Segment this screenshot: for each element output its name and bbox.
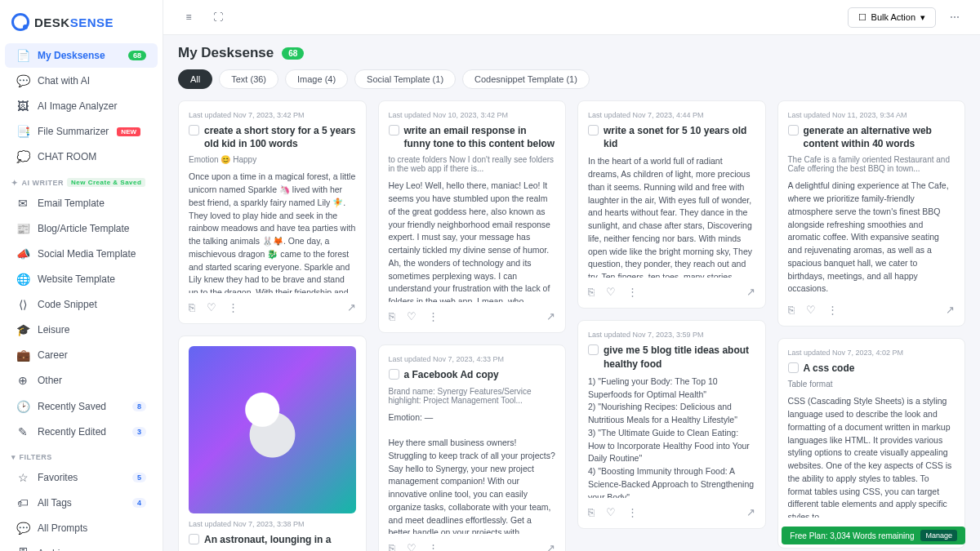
nav-label: Email Template xyxy=(38,198,105,209)
nav-chat-with-ai[interactable]: 💬Chat with AI xyxy=(5,69,158,93)
copy-icon[interactable]: ⎘ xyxy=(189,301,195,313)
tab-text-[interactable]: Text (36) xyxy=(219,69,278,89)
favorite-icon[interactable]: ♡ xyxy=(407,542,416,551)
share-icon[interactable]: ↗ xyxy=(946,304,955,316)
nav-icon: 📑 xyxy=(16,125,29,138)
card-subtitle: to create folders Now I don't really see… xyxy=(389,155,556,173)
favorite-icon[interactable]: ♡ xyxy=(606,506,616,518)
nav-all-tags[interactable]: 🏷All Tags4 xyxy=(5,491,158,515)
content-card[interactable]: Last updated Nov 7, 2023, 4:44 PMwrite a… xyxy=(577,100,766,309)
nav-icon: 💭 xyxy=(16,150,29,163)
page-title: My Desksense xyxy=(178,45,274,61)
share-icon[interactable]: ↗ xyxy=(347,301,356,313)
logo[interactable]: DESKSENSE xyxy=(0,8,163,42)
copy-icon[interactable]: ⎘ xyxy=(588,506,595,518)
nav-other[interactable]: ⊕Other xyxy=(5,368,158,393)
more-icon[interactable]: ⋯ xyxy=(944,7,965,28)
page-count-badge: 68 xyxy=(282,47,304,60)
nav-chat-room[interactable]: 💭CHAT ROOM xyxy=(5,144,158,169)
bulk-action-button[interactable]: ☐ Bulk Action ▾ xyxy=(848,7,936,28)
card-meta: Last updated Nov 7, 2023, 4:44 PM xyxy=(588,111,755,119)
content-card[interactable]: Last updated Nov 7, 2023, 3:42 PMcreate … xyxy=(178,100,367,324)
content-card[interactable]: Last updated Nov 7, 2023, 4:02 PMA css c… xyxy=(777,338,966,549)
nav-file-summarizer[interactable]: 📑File SummarizerNEW xyxy=(5,119,158,144)
nav-recently-edited[interactable]: ✎Recently Edited3 xyxy=(5,420,158,444)
more-icon[interactable]: ⋮ xyxy=(228,301,238,313)
share-icon[interactable]: ↗ xyxy=(546,310,555,322)
checkbox-icon[interactable] xyxy=(788,125,799,136)
content-card[interactable]: Last updated Nov 7, 2023, 3:38 PMAn astr… xyxy=(178,335,367,551)
tab-codesnippet-template-[interactable]: Codesnippet Template (1) xyxy=(462,69,590,89)
content-card[interactable]: Last updated Nov 11, 2023, 9:34 AMgenera… xyxy=(777,100,966,327)
menu-toggle-icon[interactable]: ≡ xyxy=(178,7,199,28)
card-grid: Last updated Nov 7, 2023, 3:42 PMcreate … xyxy=(163,97,980,551)
nav-website-template[interactable]: 🌐Website Template xyxy=(5,267,158,291)
sidebar: DESKSENSE 📄My Desksense68💬Chat with AI🖼A… xyxy=(0,0,163,551)
copy-icon[interactable]: ⎘ xyxy=(389,310,395,322)
more-icon[interactable]: ⋮ xyxy=(627,506,638,518)
content-card[interactable]: Last updated Nov 7, 2023, 4:33 PMa Faceb… xyxy=(378,344,567,551)
card-actions: ⎘ ♡ ⋮ ↗ xyxy=(389,542,556,551)
topbar: ≡ ⛶ ☐ Bulk Action ▾ ⋯ xyxy=(163,0,980,35)
checkbox-icon[interactable] xyxy=(588,344,599,355)
tabs: AllText (36)Image (4)Social Template (1)… xyxy=(163,61,980,97)
more-icon[interactable]: ⋮ xyxy=(627,286,638,298)
favorite-icon[interactable]: ♡ xyxy=(806,304,816,316)
nav-icon: 🎓 xyxy=(16,323,29,336)
plan-text: Free Plan: 3,034 Words remaining xyxy=(790,531,914,540)
expand-icon[interactable]: ⛶ xyxy=(207,7,229,28)
nav-ai-image-analyzer[interactable]: 🖼AI Image Analyzer xyxy=(5,94,158,118)
tab-image-[interactable]: Image (4) xyxy=(285,69,348,89)
favorite-icon[interactable]: ♡ xyxy=(407,310,416,322)
checkbox-icon[interactable] xyxy=(588,125,599,136)
content-card[interactable]: Last updated Nov 7, 2023, 3:59 PMgive me… xyxy=(577,320,766,528)
nav-icon: ✎ xyxy=(16,425,29,438)
card-body: 1) "Fueling your Body: The Top 10 Superf… xyxy=(588,375,755,498)
card-actions: ⎘ ♡ ⋮ ↗ xyxy=(389,310,556,322)
nav-social-media-template[interactable]: 📣Social Media Template xyxy=(5,242,158,266)
checkbox-icon[interactable] xyxy=(389,369,399,380)
nav-recently-saved[interactable]: 🕑Recently Saved8 xyxy=(5,394,158,419)
checkbox-icon[interactable] xyxy=(189,125,199,136)
nav-career[interactable]: 💼Career xyxy=(5,343,158,367)
num-badge: 4 xyxy=(132,498,146,508)
checkbox-icon[interactable] xyxy=(389,125,399,136)
favorite-icon[interactable]: ♡ xyxy=(207,301,216,313)
nav-icon: ⊕ xyxy=(16,374,29,387)
plan-footer[interactable]: Free Plan: 3,034 Words remaining Manage xyxy=(782,527,965,544)
share-icon[interactable]: ↗ xyxy=(746,286,755,298)
copy-icon[interactable]: ⎘ xyxy=(389,542,395,551)
nav-blog-article-template[interactable]: 📰Blog/Article Template xyxy=(5,216,158,241)
nav-leisure[interactable]: 🎓Leisure xyxy=(5,318,158,342)
num-badge: 8 xyxy=(132,402,146,411)
nav-icon: ⟨⟩ xyxy=(16,298,29,311)
content-card[interactable]: Last updated Nov 10, 2023, 3:42 PMwrite … xyxy=(378,100,567,333)
checkbox-icon[interactable] xyxy=(788,362,799,373)
more-icon[interactable]: ⋮ xyxy=(428,310,439,322)
nav-icon: 💬 xyxy=(16,74,29,87)
section-filters: ▾ FILTERS xyxy=(0,445,163,464)
nav-icon: 📰 xyxy=(16,222,29,235)
copy-icon[interactable]: ⎘ xyxy=(588,286,595,298)
share-icon[interactable]: ↗ xyxy=(746,506,755,518)
tab-social-template-[interactable]: Social Template (1) xyxy=(354,69,456,89)
nav-email-template[interactable]: ✉Email Template xyxy=(5,191,158,216)
card-actions: ⎘ ♡ ⋮ ↗ xyxy=(189,301,356,313)
card-body: A delightful dining experience at The Ca… xyxy=(788,180,956,295)
manage-button[interactable]: Manage xyxy=(920,530,957,541)
favorite-icon[interactable]: ♡ xyxy=(606,286,616,298)
more-icon[interactable]: ⋮ xyxy=(428,542,439,551)
copy-icon[interactable]: ⎘ xyxy=(788,304,795,316)
nav-all-prompts[interactable]: 💬All Prompts xyxy=(5,516,158,540)
card-body: Emotion: —Hey there small business owner… xyxy=(389,411,556,534)
nav-archive[interactable]: 🗄Archive xyxy=(5,541,158,551)
share-icon[interactable]: ↗ xyxy=(546,542,555,551)
more-icon[interactable]: ⋮ xyxy=(827,304,838,316)
nav-favorites[interactable]: ☆Favorites5 xyxy=(5,465,158,490)
nav-code-snippet[interactable]: ⟨⟩Code Snippet xyxy=(5,292,158,317)
nav-label: All Tags xyxy=(38,497,72,509)
logo-mark-icon xyxy=(11,13,29,31)
checkbox-icon[interactable] xyxy=(189,534,199,544)
tab-all[interactable]: All xyxy=(178,69,212,89)
nav-my-desksense[interactable]: 📄My Desksense68 xyxy=(5,43,158,68)
